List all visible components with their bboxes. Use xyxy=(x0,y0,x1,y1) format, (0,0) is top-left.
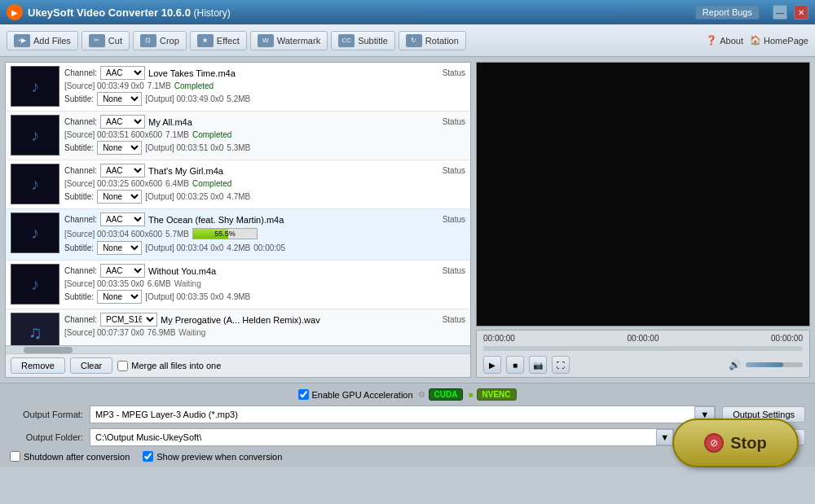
add-files-icon: +▶ xyxy=(14,34,30,47)
file-list-bottom: Remove Clear Merge all files into one xyxy=(6,353,470,377)
folder-label: Output Folder: xyxy=(10,432,83,442)
folder-input[interactable] xyxy=(90,429,656,445)
crop-icon: ⊡ xyxy=(140,34,156,47)
title-left: ▶ UkeySoft Video Converter 10.6.0 (Histo… xyxy=(7,4,231,20)
seek-bar[interactable] xyxy=(483,346,803,351)
file-thumbnail: ♪ xyxy=(11,264,59,305)
homepage-button[interactable]: 🏠 HomePage xyxy=(750,35,808,46)
file-name: My All.m4a xyxy=(148,117,439,127)
cuda-badge: CUDA xyxy=(429,388,464,401)
status-badge: Waiting xyxy=(178,328,205,337)
cut-icon: ✂ xyxy=(89,34,105,47)
channel-select[interactable]: AAC xyxy=(100,115,145,129)
video-preview xyxy=(476,62,810,327)
channel-select[interactable]: AAC xyxy=(100,213,145,226)
file-info: Channel: AAC Love Takes Time.m4a Status … xyxy=(64,66,465,107)
subtitle-select[interactable]: None xyxy=(97,241,142,255)
file-name: That's My Girl.m4a xyxy=(148,166,439,176)
progress-bar xyxy=(192,228,258,239)
app-icon: ▶ xyxy=(7,4,23,20)
channel-select[interactable]: AAC xyxy=(100,66,145,80)
show-preview-checkbox[interactable] xyxy=(143,451,153,462)
file-info: Channel: AAC That's My Girl.m4a Status [… xyxy=(64,164,465,205)
subtitle-select[interactable]: None xyxy=(97,92,142,106)
volume-icon: 🔊 xyxy=(729,359,741,370)
clear-button[interactable]: Clear xyxy=(70,357,112,374)
subtitle-select[interactable]: None xyxy=(97,141,142,155)
time-end: 00:00:00 xyxy=(771,334,803,343)
channel-select[interactable]: PCM_S16LE xyxy=(100,313,157,327)
rotation-button[interactable]: ↻ Rotation xyxy=(399,31,466,50)
title-bar: ▶ UkeySoft Video Converter 10.6.0 (Histo… xyxy=(0,0,815,24)
file-info: Channel: AAC The Ocean (feat. Shy Martin… xyxy=(64,213,465,256)
file-name: Without You.m4a xyxy=(148,266,439,276)
list-item: ♪ Channel: AAC That's My Girl.m4a Status… xyxy=(6,160,470,209)
close-button[interactable]: ✕ xyxy=(794,5,808,20)
about-button[interactable]: ❓ About xyxy=(706,35,743,46)
toolbar-left: +▶ Add Files ✂ Cut ⊡ Crop ★ Effect W Wat… xyxy=(7,31,466,50)
play-button[interactable]: ▶ xyxy=(483,356,501,374)
list-item: ♫ Channel: PCM_S16LE My Prerogative (A..… xyxy=(6,309,470,345)
file-info: Channel: AAC Without You.m4a Status [Sou… xyxy=(64,264,465,305)
subtitle-select[interactable]: None xyxy=(97,290,142,304)
folder-dropdown-arrow[interactable]: ▼ xyxy=(656,429,673,445)
merge-check: Merge all files into one xyxy=(117,361,221,371)
volume-bar[interactable] xyxy=(746,362,803,367)
channel-select[interactable]: AAC xyxy=(100,264,145,278)
main-content: ♪ Channel: AAC Love Takes Time.m4a Statu… xyxy=(0,57,815,383)
screenshot-button[interactable]: 📷 xyxy=(529,356,547,374)
report-bugs-button[interactable]: Report Bugs xyxy=(695,5,760,20)
file-thumbnail: ♪ xyxy=(11,115,59,156)
toolbar: +▶ Add Files ✂ Cut ⊡ Crop ★ Effect W Wat… xyxy=(0,24,815,57)
controls-row: ▶ ■ 📷 ⛶ 🔊 xyxy=(483,356,803,374)
file-thumbnail: ♪ xyxy=(11,66,59,107)
channel-select[interactable]: AAC xyxy=(100,164,145,177)
subtitle-icon: CC xyxy=(338,34,355,47)
file-list-scroll[interactable]: ♪ Channel: AAC Love Takes Time.m4a Statu… xyxy=(6,63,470,345)
status-badge: Completed xyxy=(192,130,231,139)
gpu-logo-icon: ⚙ xyxy=(418,390,425,399)
merge-checkbox[interactable] xyxy=(117,361,128,371)
status-badge: Completed xyxy=(174,81,214,90)
cut-button[interactable]: ✂ Cut xyxy=(82,31,130,50)
status-badge: Waiting xyxy=(174,279,201,288)
gpu-checkbox[interactable] xyxy=(298,389,309,400)
progress-fill xyxy=(193,229,228,239)
list-item: ♪ Channel: AAC My All.m4a Status [Source… xyxy=(6,112,470,160)
app-title: UkeySoft Video Converter 10.6.0 (History… xyxy=(28,7,231,19)
file-name: Love Takes Time.m4a xyxy=(148,68,439,78)
remove-button[interactable]: Remove xyxy=(11,357,65,374)
effect-button[interactable]: ★ Effect xyxy=(190,31,247,50)
file-thumbnail: ♪ xyxy=(11,213,59,253)
about-icon: ❓ xyxy=(706,35,717,46)
effect-icon: ★ xyxy=(197,34,214,47)
shutdown-checkbox[interactable] xyxy=(10,451,20,462)
watermark-icon: W xyxy=(258,34,274,47)
file-name: My Prerogative (A... Helden Remix).wav xyxy=(161,315,439,325)
stop-button[interactable]: ⊘ Stop xyxy=(672,419,799,467)
gpu-acceleration-check: Enable GPU Acceleration xyxy=(298,389,412,400)
subtitle-select[interactable]: None xyxy=(97,190,142,204)
watermark-button[interactable]: W Watermark xyxy=(250,31,328,50)
stop-button-preview[interactable]: ■ xyxy=(506,356,524,374)
file-info: Channel: AAC My All.m4a Status [Source] … xyxy=(64,115,465,156)
toolbar-right: ❓ About 🏠 HomePage xyxy=(706,35,808,46)
hscroll-thumb[interactable] xyxy=(24,347,73,353)
status-badge: Completed xyxy=(192,179,231,188)
format-input[interactable] xyxy=(90,406,694,423)
file-thumbnail: ♪ xyxy=(11,164,59,204)
horizontal-scrollbar[interactable] xyxy=(6,345,470,353)
rotation-icon: ↻ xyxy=(406,34,422,47)
home-icon: 🏠 xyxy=(750,35,761,46)
add-files-button[interactable]: +▶ Add Files xyxy=(7,31,78,50)
crop-button[interactable]: ⊡ Crop xyxy=(133,31,187,50)
shutdown-check: Shutdown after conversion xyxy=(10,451,130,462)
subtitle-button[interactable]: CC Subtitle xyxy=(331,31,395,50)
list-item: ♪ Channel: AAC Love Takes Time.m4a Statu… xyxy=(6,63,470,112)
list-item: ♪ Channel: AAC Without You.m4a Status [S… xyxy=(6,261,470,309)
title-right: Report Bugs — ✕ xyxy=(695,5,808,20)
minimize-button[interactable]: — xyxy=(773,5,787,20)
fullscreen-button[interactable]: ⛶ xyxy=(552,356,570,374)
file-name: The Ocean (feat. Shy Martin).m4a xyxy=(148,215,439,225)
nvenc-badge: NVENC xyxy=(477,388,517,401)
